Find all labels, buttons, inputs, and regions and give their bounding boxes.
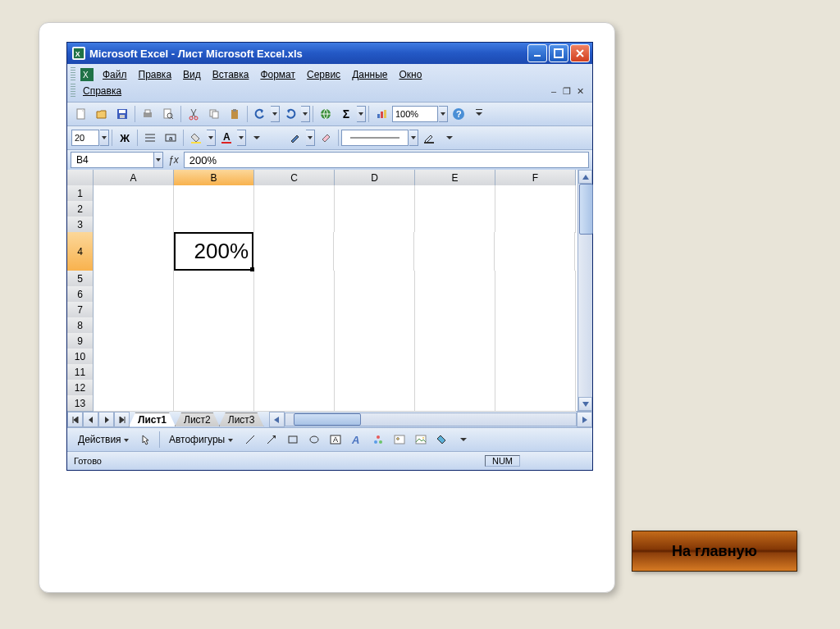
tab-next-button[interactable] — [98, 412, 114, 427]
fontcolor-dropdown[interactable] — [237, 130, 246, 146]
zoom-dropdown[interactable] — [439, 106, 448, 122]
col-header[interactable]: B — [174, 170, 254, 186]
cell[interactable] — [495, 232, 575, 271]
cell[interactable] — [174, 302, 254, 318]
menu-data[interactable]: Данные — [346, 66, 393, 83]
scroll-track[interactable] — [578, 184, 592, 397]
sheet-tab[interactable]: Лист1 — [129, 412, 176, 426]
cell[interactable] — [94, 271, 174, 287]
drawing-button[interactable] — [285, 128, 305, 148]
scroll-thumb[interactable] — [294, 413, 361, 426]
row-header[interactable]: 12 — [67, 380, 94, 396]
toolbar-options-button[interactable] — [247, 128, 267, 148]
cell[interactable] — [495, 185, 576, 202]
cell[interactable] — [495, 302, 576, 318]
merge-button[interactable]: a — [161, 128, 180, 148]
cell[interactable] — [94, 333, 174, 349]
cell[interactable] — [415, 271, 495, 287]
line-button[interactable] — [240, 430, 260, 449]
doc-minimize-button[interactable]: – — [548, 85, 559, 97]
cell[interactable] — [495, 364, 576, 381]
cell[interactable] — [335, 317, 415, 334]
menu-file[interactable]: Файл — [97, 66, 133, 83]
maximize-button[interactable] — [549, 44, 568, 62]
cell[interactable] — [254, 333, 335, 349]
redo-button[interactable] — [281, 104, 300, 124]
cell[interactable] — [174, 286, 254, 303]
cell[interactable] — [174, 380, 254, 396]
select-all-button[interactable] — [67, 170, 94, 186]
cell[interactable] — [495, 349, 576, 365]
cell[interactable] — [495, 271, 576, 287]
row-header[interactable]: 11 — [67, 364, 94, 381]
drawing-actions-menu[interactable]: Действия — [72, 431, 135, 448]
copy-button[interactable] — [204, 104, 224, 124]
cell[interactable] — [174, 185, 254, 202]
cell[interactable] — [415, 217, 495, 233]
fillcolor-button[interactable] — [432, 430, 452, 449]
cell[interactable] — [174, 271, 254, 287]
autosum-button[interactable]: Σ — [336, 104, 356, 124]
row-header[interactable]: 7 — [67, 302, 94, 318]
row-header[interactable]: 4 — [67, 232, 94, 271]
cell[interactable] — [94, 349, 174, 365]
diagram-button[interactable] — [368, 430, 388, 449]
scroll-thumb[interactable] — [579, 184, 593, 235]
row-header[interactable]: 8 — [67, 317, 94, 334]
scroll-left-button[interactable] — [269, 412, 285, 427]
cell[interactable] — [94, 201, 174, 217]
menu-view[interactable]: Вид — [177, 66, 207, 83]
menu-service[interactable]: Сервис — [301, 66, 346, 83]
namebox[interactable]: B4 — [71, 152, 154, 168]
undo-button[interactable] — [250, 104, 270, 124]
cell[interactable] — [174, 317, 254, 334]
clipart-button[interactable] — [390, 430, 409, 449]
doc-restore-button[interactable]: ❐ — [561, 85, 573, 97]
cell[interactable] — [174, 395, 254, 412]
cell[interactable] — [415, 286, 495, 303]
toolbar-options-button[interactable] — [440, 128, 459, 148]
oval-button[interactable] — [304, 430, 324, 449]
cell[interactable] — [495, 333, 576, 349]
row-header[interactable]: 10 — [67, 349, 94, 365]
tab-prev-button[interactable] — [83, 412, 98, 427]
save-button[interactable] — [112, 104, 132, 124]
cell[interactable] — [335, 395, 415, 412]
eraser-button[interactable] — [316, 128, 336, 148]
select-objects-button[interactable] — [136, 430, 156, 449]
cell[interactable] — [335, 271, 415, 287]
cell[interactable] — [254, 217, 335, 233]
row-header[interactable]: 5 — [67, 271, 94, 287]
toolbar-options-button[interactable] — [469, 104, 489, 124]
cell[interactable] — [334, 232, 414, 271]
cell[interactable] — [94, 286, 174, 303]
cell[interactable] — [415, 201, 495, 217]
col-header[interactable]: A — [94, 170, 174, 186]
col-header[interactable]: C — [254, 170, 335, 186]
drawing-dropdown[interactable] — [306, 130, 315, 146]
scroll-up-button[interactable] — [578, 170, 592, 184]
cell[interactable] — [94, 380, 174, 396]
cell[interactable] — [335, 302, 415, 318]
autosum-dropdown[interactable] — [357, 106, 366, 122]
menu-insert[interactable]: Вставка — [207, 66, 255, 83]
cell[interactable] — [94, 217, 174, 233]
sheet-tab[interactable]: Лист3 — [219, 412, 264, 426]
cell[interactable] — [94, 185, 174, 202]
cell[interactable] — [495, 317, 576, 334]
hyperlink-button[interactable] — [316, 104, 336, 124]
cell[interactable] — [495, 380, 576, 396]
arrow-button[interactable] — [262, 430, 281, 449]
doc-close-button[interactable]: ✕ — [574, 85, 586, 97]
cell[interactable] — [254, 302, 335, 318]
cell[interactable] — [254, 349, 335, 365]
menu-help[interactable]: Справка — [77, 83, 127, 99]
cell[interactable] — [254, 317, 335, 334]
close-button[interactable] — [570, 44, 590, 62]
cell[interactable] — [335, 349, 415, 365]
fontsize-input[interactable]: 20 — [71, 130, 99, 146]
cell[interactable] — [495, 217, 576, 233]
cell[interactable] — [415, 317, 495, 334]
cell[interactable] — [254, 395, 335, 412]
col-header[interactable]: D — [335, 170, 415, 186]
